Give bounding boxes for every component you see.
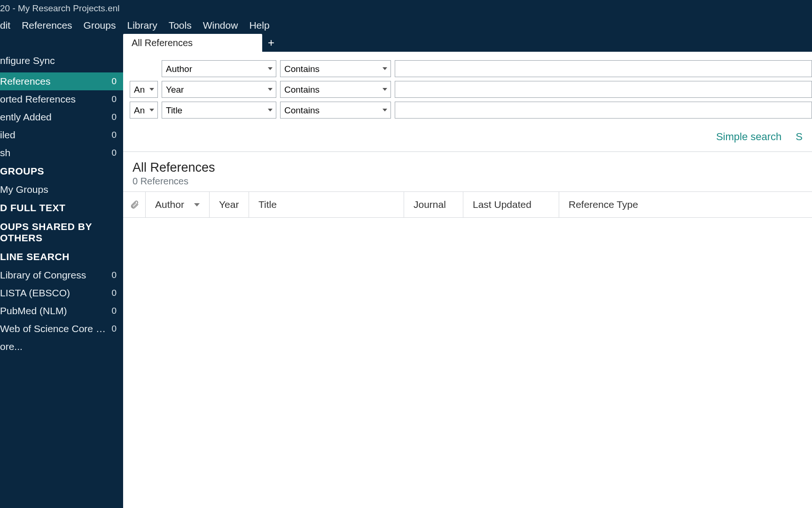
sidebar-item-count: 0: [111, 288, 117, 298]
boolean-select-2[interactable]: And: [130, 81, 158, 98]
column-last-updated[interactable]: Last Updated: [463, 192, 559, 217]
sidebar-item-label: iled: [0, 129, 16, 141]
sidebar-item-label: Library of Congress: [0, 270, 86, 281]
sidebar-online-loc[interactable]: Library of Congress 0: [0, 266, 123, 284]
menubar: dit References Groups Library Tools Wind…: [0, 17, 812, 34]
sidebar-item-count: 0: [111, 306, 117, 316]
search-row-1: Author Contains: [130, 60, 812, 77]
sidebar-item-label: References: [0, 76, 50, 87]
tabs-strip: All References +: [123, 34, 812, 52]
sidebar-item-label: PubMed (NLM): [0, 305, 67, 317]
sidebar-item-label: LISTA (EBSCO): [0, 287, 70, 299]
sidebar-section-shared: OUPS SHARED BY OTHERS: [0, 217, 123, 247]
sidebar-online-lista[interactable]: LISTA (EBSCO) 0: [0, 284, 123, 302]
column-journal[interactable]: Journal: [404, 192, 463, 217]
paperclip-icon: [130, 200, 139, 209]
main-area: All References + Author Contains And Yea…: [123, 34, 812, 508]
sidebar-item-count: 0: [111, 324, 117, 334]
page-title: All References: [133, 160, 803, 175]
chevron-down-icon: [194, 203, 200, 206]
tab-all-references[interactable]: All References: [123, 34, 262, 52]
sidebar-item-trash[interactable]: sh 0: [0, 144, 123, 162]
sidebar-item-count: 0: [111, 270, 117, 280]
sidebar-configure-sync[interactable]: nfigure Sync: [0, 52, 123, 70]
results-header-row: Author Year Title Journal Last Updated R…: [123, 192, 812, 217]
tab-label: All References: [132, 38, 193, 48]
column-label: Title: [258, 199, 277, 210]
sidebar-item-all-references[interactable]: References 0: [0, 72, 123, 90]
sidebar-my-groups[interactable]: My Groups: [0, 181, 123, 198]
sidebar-item-count: 0: [111, 148, 117, 158]
sidebar-item-unfiled[interactable]: iled 0: [0, 126, 123, 144]
advanced-search-panel: Author Contains And Year Contains And Ti…: [123, 52, 812, 119]
sidebar-item-count: 0: [111, 112, 117, 122]
window-title: 20 - My Research Projects.enl: [0, 3, 120, 14]
sidebar-online-pubmed[interactable]: PubMed (NLM) 0: [0, 302, 123, 320]
column-label: Last Updated: [473, 199, 531, 210]
menu-help[interactable]: Help: [243, 18, 275, 33]
sidebar-item-imported-references[interactable]: orted References 0: [0, 90, 123, 108]
sidebar-item-count: 0: [111, 76, 117, 87]
column-label: Year: [219, 199, 239, 210]
menu-edit[interactable]: dit: [0, 18, 16, 33]
sidebar-item-label: orted References: [0, 94, 76, 105]
results-count: 0 References: [133, 176, 803, 187]
search-value-input-1[interactable]: [395, 60, 812, 77]
column-label: Reference Type: [569, 199, 638, 210]
sidebar-online-wos[interactable]: Web of Science Core Colle... 0: [0, 320, 123, 338]
sidebar: nfigure Sync References 0 orted Referenc…: [0, 34, 123, 508]
sidebar-item-label: Web of Science Core Colle...: [0, 323, 111, 334]
column-year[interactable]: Year: [210, 192, 249, 217]
window-titlebar: 20 - My Research Projects.enl: [0, 0, 812, 17]
menu-library[interactable]: Library: [121, 18, 163, 33]
sidebar-item-label: sh: [0, 147, 10, 159]
boolean-select-3[interactable]: And: [130, 102, 158, 119]
new-tab-button[interactable]: +: [262, 34, 280, 52]
search-value-input-2[interactable]: [395, 81, 812, 98]
operator-select-3[interactable]: Contains: [280, 102, 391, 119]
results-table: Author Year Title Journal Last Updated R…: [123, 191, 812, 218]
sidebar-section-online-search: LINE SEARCH: [0, 247, 123, 266]
column-label: Journal: [414, 199, 446, 210]
menu-references[interactable]: References: [16, 18, 78, 33]
menu-window[interactable]: Window: [197, 18, 244, 33]
sidebar-item-recently-added[interactable]: ently Added 0: [0, 108, 123, 126]
menu-groups[interactable]: Groups: [78, 18, 122, 33]
plus-icon: +: [268, 36, 274, 49]
sidebar-section-find-full-text: D FULL TEXT: [0, 198, 123, 217]
more-label: ore...: [0, 341, 23, 352]
configure-sync-label: nfigure Sync: [0, 55, 55, 66]
sidebar-item-label: ently Added: [0, 111, 52, 123]
operator-select-1[interactable]: Contains: [280, 60, 391, 77]
sidebar-item-count: 0: [111, 130, 117, 140]
search-value-input-3[interactable]: [395, 102, 812, 119]
menu-tools[interactable]: Tools: [163, 18, 197, 33]
search-row-2: And Year Contains: [130, 81, 812, 98]
field-select-year[interactable]: Year: [162, 81, 276, 98]
search-button-truncated[interactable]: S: [796, 131, 803, 143]
sidebar-item-count: 0: [111, 94, 117, 104]
results-heading: All References 0 References: [123, 152, 812, 191]
column-author[interactable]: Author: [146, 192, 210, 217]
column-label: Author: [155, 199, 184, 210]
search-footer: Simple search S: [123, 119, 812, 151]
simple-search-link[interactable]: Simple search: [716, 131, 781, 143]
search-row-3: And Title Contains: [130, 102, 812, 119]
sidebar-more[interactable]: ore...: [0, 338, 123, 356]
operator-select-2[interactable]: Contains: [280, 81, 391, 98]
field-select-author[interactable]: Author: [162, 60, 276, 77]
sidebar-section-groups: GROUPS: [0, 162, 123, 181]
column-attachment[interactable]: [123, 192, 146, 217]
column-reference-type[interactable]: Reference Type: [559, 192, 812, 217]
my-groups-label: My Groups: [0, 184, 48, 195]
field-select-title[interactable]: Title: [162, 102, 276, 119]
column-title[interactable]: Title: [249, 192, 404, 217]
